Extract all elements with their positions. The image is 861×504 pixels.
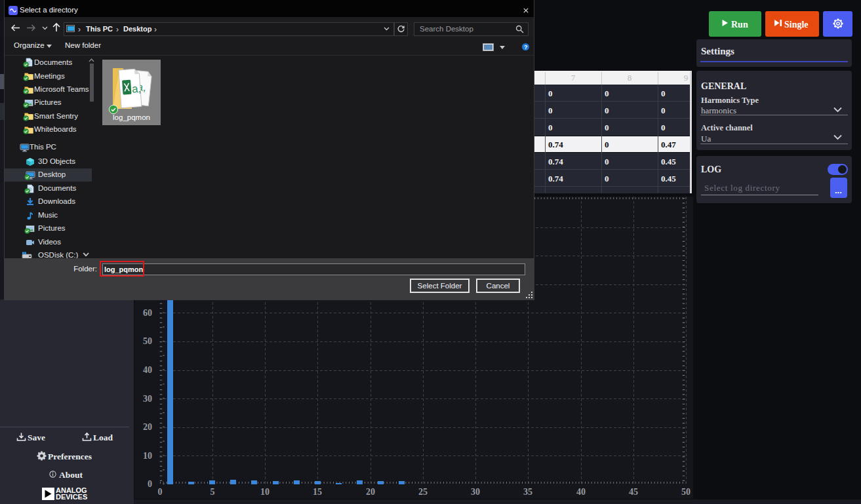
svg-text:a,: a, [131,83,141,96]
